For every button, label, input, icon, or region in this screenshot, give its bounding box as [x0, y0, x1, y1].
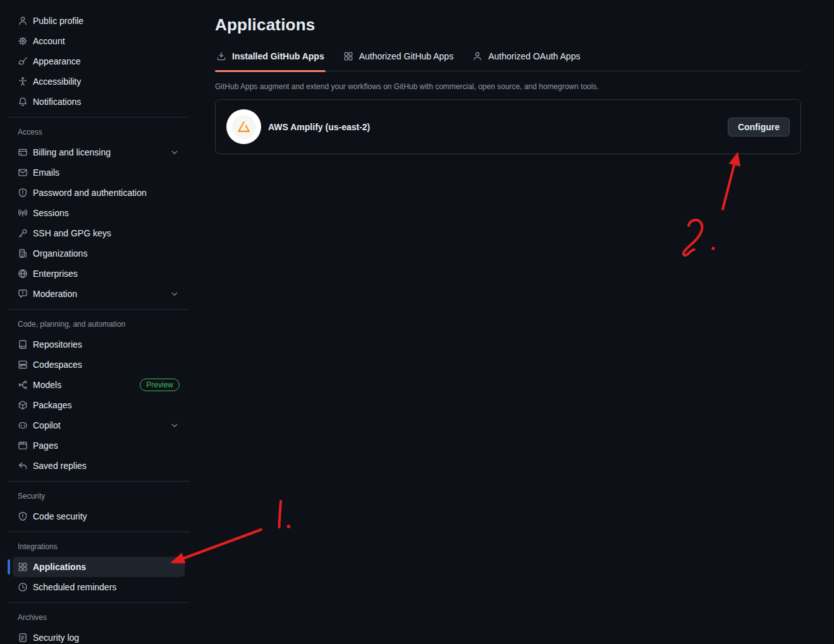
sidebar-item-label: Public profile	[33, 16, 83, 26]
sidebar-item-moderation[interactable]: Moderation	[13, 284, 185, 304]
organization-icon	[18, 248, 28, 258]
sidebar-item-security-log[interactable]: Security log	[13, 628, 185, 644]
apps-icon	[18, 562, 28, 572]
shield-lock-icon	[18, 188, 28, 198]
sidebar-item-password-and-authentication[interactable]: Password and authentication	[13, 183, 185, 203]
mail-icon	[18, 167, 28, 178]
sidebar-item-label: Security log	[33, 633, 79, 643]
sidebar-item-code-security[interactable]: Code security	[13, 506, 185, 526]
app-avatar	[226, 109, 261, 144]
sidebar-item-public-profile[interactable]: Public profile	[13, 11, 185, 31]
sidebar-item-pages[interactable]: Pages	[13, 435, 185, 456]
sidebar-item-notifications[interactable]: Notifications	[13, 92, 185, 112]
page-title: Applications	[215, 15, 801, 35]
sidebar-item-copilot[interactable]: Copilot	[13, 415, 185, 435]
sidebar-item-label: Appearance	[33, 56, 81, 66]
apps-icon	[343, 51, 353, 61]
sidebar-divider	[8, 532, 190, 532]
tab-authorized-github-apps[interactable]: Authorized GitHub Apps	[342, 47, 455, 71]
sidebar-item-label: Enterprises	[33, 269, 78, 279]
download-icon	[216, 51, 226, 61]
sidebar-item-label: Emails	[33, 167, 59, 178]
globe-icon	[18, 269, 28, 279]
sidebar-item-account[interactable]: Account	[13, 31, 185, 51]
tab-installed-github-apps[interactable]: Installed GitHub Apps	[215, 47, 326, 71]
sidebar-section-header: Archives	[0, 607, 190, 628]
sidebar-item-label: Codespaces	[33, 360, 82, 370]
installed-app-card: AWS Amplify (us-east-2) Configure	[215, 99, 801, 154]
sidebar-item-label: Saved replies	[33, 461, 87, 471]
gear-icon	[18, 36, 28, 46]
sidebar-item-scheduled-reminders[interactable]: Scheduled reminders	[13, 577, 185, 597]
sidebar-item-applications[interactable]: Applications	[13, 557, 185, 577]
sidebar-item-emails[interactable]: Emails	[13, 162, 185, 183]
sidebar-divider	[8, 309, 190, 310]
sidebar-item-label: Sessions	[33, 208, 69, 218]
settings-sidebar: Public profileAccountAppearanceAccessibi…	[0, 0, 190, 644]
broadcast-icon	[18, 208, 28, 218]
key-icon	[18, 228, 28, 238]
sidebar-item-codespaces[interactable]: Codespaces	[13, 355, 185, 375]
browser-icon	[18, 440, 28, 451]
accessibility-icon	[18, 76, 28, 87]
sidebar-item-label: Moderation	[33, 289, 77, 299]
person-icon	[472, 51, 482, 61]
sidebar-item-label: SSH and GPG keys	[33, 228, 111, 238]
sidebar-item-models[interactable]: ModelsPreview	[13, 375, 185, 395]
tab-authorized-oauth-apps[interactable]: Authorized OAuth Apps	[471, 47, 582, 71]
sidebar-item-label: Packages	[33, 400, 71, 410]
sidebar-item-billing-and-licensing[interactable]: Billing and licensing	[13, 142, 185, 162]
package-icon	[18, 400, 28, 410]
sidebar-item-repositories[interactable]: Repositories	[13, 334, 185, 355]
sidebar-item-label: Notifications	[33, 97, 81, 107]
reply-icon	[18, 461, 28, 471]
sidebar-section-header: Access	[0, 122, 190, 142]
tab-label: Installed GitHub Apps	[232, 51, 324, 61]
app-name: AWS Amplify (us-east-2)	[268, 122, 370, 132]
sidebar-item-appearance[interactable]: Appearance	[13, 51, 185, 71]
annotation-2	[684, 152, 740, 255]
sidebar-item-label: Billing and licensing	[33, 147, 111, 157]
sidebar-item-sessions[interactable]: Sessions	[13, 203, 185, 223]
aws-amplify-logo	[232, 115, 256, 139]
sidebar-section-header: Integrations	[0, 537, 190, 557]
sidebar-item-ssh-and-gpg-keys[interactable]: SSH and GPG keys	[13, 223, 185, 243]
chevron-down-icon	[169, 289, 180, 299]
sidebar-item-organizations[interactable]: Organizations	[13, 243, 185, 264]
tab-bar: Installed GitHub Apps Authorized GitHub …	[215, 47, 801, 71]
sidebar-item-label: Applications	[33, 562, 86, 572]
sidebar-item-label: Organizations	[33, 248, 87, 258]
sidebar-divider	[8, 117, 190, 118]
repo-icon	[18, 339, 28, 349]
sidebar-item-packages[interactable]: Packages	[13, 395, 185, 415]
configure-button[interactable]: Configure	[728, 118, 790, 137]
sidebar-item-label: Models	[33, 380, 61, 390]
sidebar-divider	[8, 602, 190, 603]
main-content: Applications Installed GitHub Apps Autho…	[215, 0, 801, 154]
sidebar-item-label: Password and authentication	[33, 188, 147, 198]
sidebar-item-label: Repositories	[33, 339, 82, 349]
sidebar-section-header: Security	[0, 486, 190, 506]
sidebar-item-label: Account	[33, 36, 65, 46]
clock-icon	[18, 582, 28, 592]
sidebar-item-label: Pages	[33, 440, 58, 451]
paintbrush-icon	[18, 56, 28, 66]
github-settings-page: Public profileAccountAppearanceAccessibi…	[0, 0, 834, 644]
apps-description: GitHub Apps augment and extend your work…	[215, 82, 801, 91]
credit-card-icon	[18, 147, 28, 157]
sidebar-item-enterprises[interactable]: Enterprises	[13, 264, 185, 284]
sidebar-item-label: Copilot	[33, 420, 61, 430]
sidebar-item-saved-replies[interactable]: Saved replies	[13, 456, 185, 476]
shield-lock-icon	[18, 511, 28, 521]
preview-badge: Preview	[140, 379, 180, 391]
tab-label: Authorized GitHub Apps	[359, 51, 453, 61]
log-icon	[18, 633, 28, 643]
tab-label: Authorized OAuth Apps	[488, 51, 580, 61]
model-icon	[18, 380, 28, 390]
sidebar-divider	[8, 481, 190, 482]
sidebar-section-header: Code, planning, and automation	[0, 314, 190, 334]
sidebar-item-label: Scheduled reminders	[33, 582, 116, 592]
person-icon	[18, 16, 28, 26]
report-icon	[18, 289, 28, 299]
sidebar-item-accessibility[interactable]: Accessibility	[13, 71, 185, 92]
